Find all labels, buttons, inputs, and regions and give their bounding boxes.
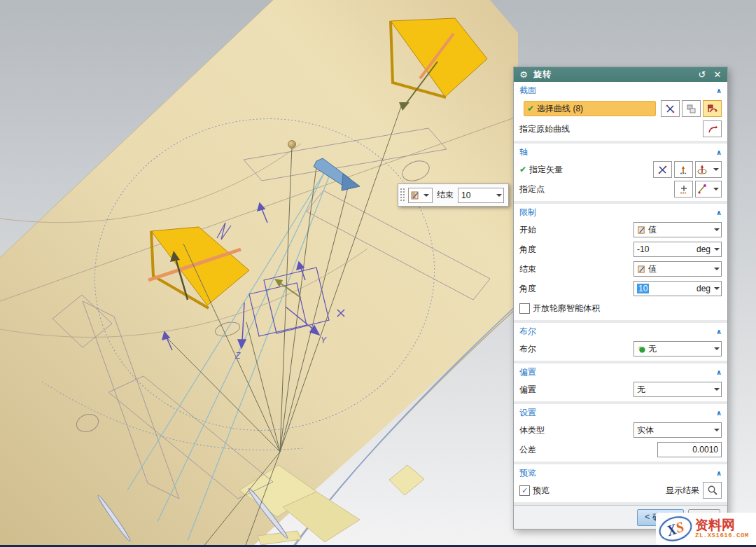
point-option-dropdown[interactable] <box>695 181 722 198</box>
crossing-vectors-icon <box>665 104 676 114</box>
deselect-vector-button[interactable] <box>661 100 680 117</box>
end-limit-dropdown[interactable]: 值 <box>634 261 722 277</box>
collapse-chevron-icon[interactable]: ∧ <box>716 409 722 417</box>
tolerance-input[interactable]: 0.0010 <box>657 442 722 457</box>
select-curve-row[interactable]: ✔ 选择曲线 (8) <box>524 101 656 116</box>
tolerance-value: 0.0010 <box>692 445 718 455</box>
curve-rule-button[interactable] <box>703 100 722 117</box>
start-limit-dropdown[interactable]: 值 <box>634 222 722 237</box>
select-curve-label: 选择曲线 (8) <box>537 103 583 115</box>
end-angle-input[interactable]: 10 <box>458 188 504 203</box>
reset-icon[interactable]: ↺ <box>696 69 708 80</box>
watermark-url: ZL.XS1616.COM <box>695 533 749 539</box>
dropdown-caret-icon <box>711 165 720 174</box>
dropdown-caret-icon <box>712 265 721 273</box>
dropdown-caret-icon <box>494 191 503 200</box>
start-angle-label: 角度 <box>519 244 536 256</box>
dropdown-caret-icon <box>712 284 721 293</box>
dropdown-caret-icon <box>712 345 721 353</box>
axis-label-z: Z <box>234 351 241 361</box>
open-profile-label: 开放轮廓智能体积 <box>533 303 600 314</box>
revolve-dialog: ⚙ 旋转 ↺ ✕ 截面 ∧ ✔ 选择曲线 (8) <box>513 67 728 529</box>
origin-sphere-handle[interactable] <box>288 141 296 148</box>
value-icon <box>637 265 646 274</box>
start-label: 开始 <box>519 224 536 236</box>
collapse-chevron-icon[interactable]: ∧ <box>716 328 722 335</box>
boolean-dropdown[interactable]: 无 <box>634 341 722 356</box>
show-result-button[interactable] <box>703 482 722 499</box>
point-inferred-icon <box>696 184 708 195</box>
specify-vector-label: 指定矢量 <box>529 164 563 176</box>
dialog-titlebar[interactable]: ⚙ 旋转 ↺ ✕ <box>514 67 727 82</box>
watermark-logo: XS <box>656 512 695 545</box>
group-offset-title: 偏置 <box>519 366 716 378</box>
group-limits-title: 限制 <box>519 207 716 219</box>
dropdown-caret-icon <box>421 191 430 200</box>
group-axis: 轴 ∧ ✔ 指定矢量 <box>514 144 727 204</box>
offset-dropdown[interactable]: 无 <box>634 382 722 397</box>
preview-checkbox-label: 预览 <box>533 485 550 497</box>
group-section: 截面 ∧ ✔ 选择曲线 (8) <box>514 82 727 144</box>
end-angle-label: 结束 <box>435 189 455 201</box>
dropdown-caret-icon <box>712 426 721 434</box>
watermark-site-name: 资料网 <box>695 518 749 532</box>
group-axis-title: 轴 <box>519 146 716 158</box>
start-angle-field[interactable]: -10 deg <box>634 242 722 257</box>
check-icon: ✔ <box>527 104 534 113</box>
group-limits: 限制 ∧ 开始 值 角度 -10 deg <box>514 204 727 323</box>
collapse-chevron-icon[interactable]: ∧ <box>716 87 722 95</box>
group-settings-title: 设置 <box>519 407 716 419</box>
end-label: 结束 <box>519 263 536 275</box>
boolean-value: 无 <box>648 343 657 355</box>
preview-checkbox[interactable]: ✓ <box>519 485 530 496</box>
dropdown-caret-icon <box>711 185 720 193</box>
origin-curve-icon <box>707 123 718 134</box>
show-result-label: 显示结果 <box>666 485 699 497</box>
vector-dialog-button[interactable] <box>674 161 693 178</box>
toolbar-grip-handle[interactable] <box>400 188 405 202</box>
open-profile-checkbox[interactable] <box>519 303 530 314</box>
dialog-gear-icon: ⚙ <box>518 69 529 80</box>
body-type-dropdown[interactable]: 实体 <box>634 422 722 438</box>
group-preview-title: 预览 <box>519 467 716 479</box>
boolean-none-icon <box>637 345 646 354</box>
start-limit-value: 值 <box>648 224 657 236</box>
axis-label-y: Y <box>321 335 327 345</box>
limit-option-dropdown[interactable] <box>408 188 433 203</box>
close-icon[interactable]: ✕ <box>712 69 723 80</box>
vector-option-dropdown[interactable] <box>695 161 722 178</box>
collapse-chevron-icon[interactable]: ∧ <box>716 469 722 477</box>
collapse-chevron-icon[interactable]: ∧ <box>716 368 722 376</box>
start-angle-value: -10 <box>637 244 649 254</box>
value-icon <box>410 191 420 200</box>
group-preview: 预览 ∧ ✓ 预览 显示结果 <box>514 464 727 505</box>
specify-point-label: 指定点 <box>519 184 545 195</box>
crossing-vectors-icon <box>657 165 668 175</box>
end-angle-unit: deg <box>696 284 712 293</box>
end-limit-value: 值 <box>648 263 657 275</box>
on-screen-input-toolbar[interactable]: 结束 10 <box>398 184 509 207</box>
end-angle-label: 角度 <box>519 283 536 295</box>
collapse-chevron-icon[interactable]: ∧ <box>716 209 722 216</box>
dropdown-caret-icon <box>712 226 721 234</box>
body-type-value: 实体 <box>637 424 654 436</box>
list-icon <box>686 104 696 114</box>
point-constructor-icon <box>678 184 689 195</box>
magnifier-icon <box>707 485 718 496</box>
end-angle-field[interactable]: 10 deg <box>634 281 722 296</box>
watermark: XS 资料网 ZL.XS1616.COM <box>656 513 756 545</box>
dialog-title: 旋转 <box>533 69 692 81</box>
vector-crossing-button[interactable] <box>653 161 672 178</box>
curve-rule-icon <box>707 103 718 114</box>
start-angle-unit: deg <box>696 244 712 254</box>
group-section-title: 截面 <box>519 85 716 97</box>
curve-list-button[interactable] <box>682 100 701 117</box>
collapse-chevron-icon[interactable]: ∧ <box>716 148 722 156</box>
dropdown-caret-icon <box>712 385 721 394</box>
origin-curve-button[interactable] <box>703 120 722 137</box>
body-type-label: 体类型 <box>519 424 545 436</box>
point-dialog-button[interactable] <box>674 181 693 198</box>
boolean-label: 布尔 <box>519 343 536 355</box>
value-icon <box>637 226 646 235</box>
group-offset: 偏置 ∧ 偏置 无 <box>514 363 727 404</box>
